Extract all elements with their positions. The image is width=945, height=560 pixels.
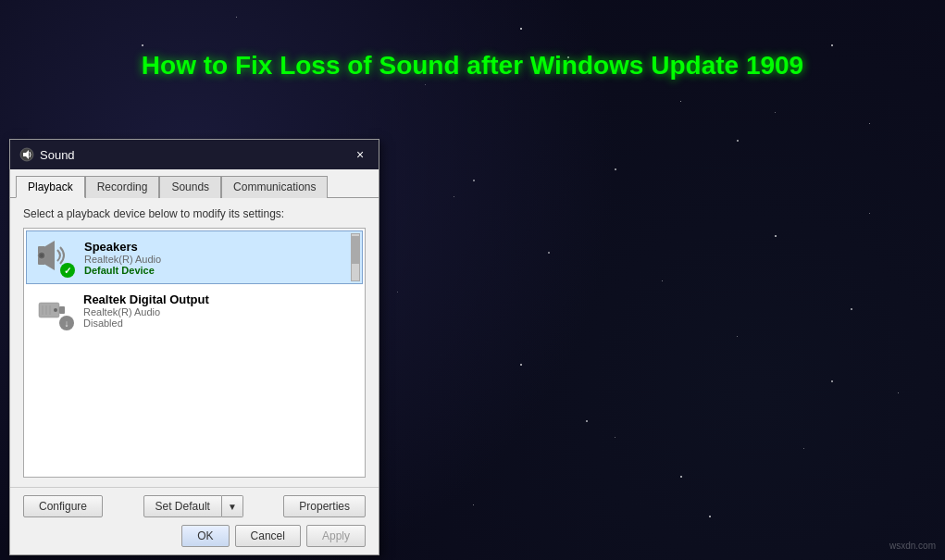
ok-button[interactable]: OK	[181, 525, 229, 547]
digital-output-driver: Realtek(R) Audio	[83, 306, 355, 317]
digital-output-info: Realtek Digital Output Realtek(R) Audio …	[83, 292, 355, 329]
action-buttons-row: Configure Set Default ▼ Properties	[23, 495, 366, 517]
dialog-content: Select a playback device below to modify…	[10, 198, 379, 487]
speakers-name: Speakers	[84, 240, 354, 254]
tab-recording[interactable]: Recording	[85, 176, 160, 198]
scrollbar[interactable]	[351, 233, 360, 281]
tab-playback[interactable]: Playback	[16, 176, 85, 198]
svg-point-13	[54, 308, 57, 312]
tab-sounds[interactable]: Sounds	[159, 176, 221, 198]
dialog-titlebar: Sound ×	[10, 140, 379, 169]
cancel-button[interactable]: Cancel	[235, 525, 301, 547]
set-default-button[interactable]: Set Default	[143, 495, 222, 517]
dialog-title: Sound	[40, 148, 75, 162]
digital-output-status: Disabled	[83, 317, 355, 329]
digital-output-status-badge: ↓	[59, 316, 74, 330]
set-default-group: Set Default ▼	[143, 495, 243, 517]
device-item-digital-output[interactable]: ↓ Realtek Digital Output Realtek(R) Audi…	[26, 284, 363, 336]
svg-rect-12	[59, 306, 65, 314]
speakers-icon-wrap: ✓	[34, 237, 75, 278]
configure-button[interactable]: Configure	[23, 495, 103, 517]
description-text: Select a playback device below to modify…	[23, 207, 366, 220]
speakers-status: Default Device	[84, 265, 354, 276]
digital-output-icon-wrap: ↓	[33, 290, 74, 330]
speakers-status-badge: ✓	[60, 263, 75, 278]
speakers-info: Speakers Realtek(R) Audio Default Device	[84, 240, 354, 276]
digital-output-name: Realtek Digital Output	[83, 292, 355, 306]
dialog-action-buttons: OK Cancel Apply	[23, 525, 366, 547]
svg-point-6	[40, 254, 44, 257]
speakers-driver: Realtek(R) Audio	[84, 254, 354, 265]
tabs-container: Playback Recording Sounds Communications	[10, 169, 379, 198]
device-item-speakers[interactable]: ✓ Speakers Realtek(R) Audio Default Devi…	[26, 230, 363, 284]
device-list[interactable]: ✓ Speakers Realtek(R) Audio Default Devi…	[23, 228, 366, 478]
scrollbar-thumb[interactable]	[352, 236, 359, 264]
apply-button[interactable]: Apply	[306, 525, 366, 547]
watermark: wsxdn.com	[889, 541, 936, 551]
tab-communications[interactable]: Communications	[221, 176, 328, 198]
sound-icon	[19, 147, 34, 162]
titlebar-left: Sound	[19, 147, 75, 162]
set-default-dropdown-button[interactable]: ▼	[222, 495, 243, 517]
sound-dialog: Sound × Playback Recording Sounds Commun…	[9, 139, 379, 555]
properties-button[interactable]: Properties	[283, 495, 366, 517]
bottom-buttons: Configure Set Default ▼ Properties OK Ca…	[10, 487, 379, 554]
page-title: How to Fix Loss of Sound after Windows U…	[142, 51, 803, 81]
close-button[interactable]: ×	[351, 145, 369, 164]
